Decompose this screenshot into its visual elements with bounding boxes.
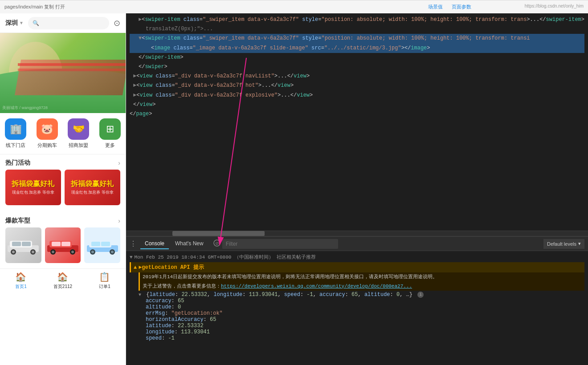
location-obj-header[interactable]: ▼ {latitude: 22.53332, longitude: 113.93… bbox=[139, 292, 584, 298]
explode-title: 爆款车型 bbox=[5, 217, 30, 225]
svg-point-7 bbox=[32, 251, 34, 253]
nav-item-installment[interactable]: 🐷 分期购车 bbox=[32, 118, 63, 149]
field-latitude: latitude: 22.53332 bbox=[146, 323, 584, 329]
tree-line-7: ► <view class="_div data-v-6a2a3c7f navL… bbox=[130, 72, 584, 81]
search-bar[interactable]: 🔍 bbox=[28, 17, 109, 29]
car-placeholder-2 bbox=[45, 227, 81, 263]
location-obj-fields: accuracy: 65 altitude: 0 errMsg: "getLoc… bbox=[146, 298, 584, 341]
order-icon: 📋 bbox=[99, 272, 110, 282]
explode-header: 爆款车型 › bbox=[0, 212, 126, 227]
main-container: 深圳 ▼ 🔍 ⊙ 美丽城市 / wangping9728 🏢 线 bbox=[0, 13, 588, 365]
tree-line-11: </page> bbox=[130, 110, 584, 119]
obj-expand-icon: ▼ bbox=[139, 292, 141, 297]
home1-icon: 🏠 bbox=[15, 272, 26, 282]
activity-title-2: 拆福袋赢好礼 bbox=[71, 179, 114, 189]
svg-point-15 bbox=[71, 251, 74, 253]
warning-link[interactable]: https://developers.weixin.qq.com/communi… bbox=[221, 284, 412, 289]
hot-section-arrow[interactable]: › bbox=[118, 159, 120, 166]
hot-activities-header: 热门活动 › bbox=[0, 154, 126, 170]
default-levels-label: Default levels bbox=[547, 241, 576, 247]
car-placeholder-1 bbox=[5, 227, 41, 263]
svg-rect-11 bbox=[61, 242, 70, 246]
scan-icon[interactable]: ⊙ bbox=[114, 18, 120, 28]
location-object: ▼ {latitude: 22.53332, longitude: 113.93… bbox=[139, 292, 584, 341]
svg-point-21 bbox=[91, 251, 94, 253]
warning-title-text: ►getLocation API 提示 bbox=[139, 264, 204, 271]
activity-sub-1: 现金红包 加息券 等你拿 bbox=[12, 190, 54, 195]
warning-block: ▲ ►getLocation API 提示 2019年1月14日起新提交发布的版… bbox=[130, 261, 584, 292]
clear-console-icon[interactable]: ⊘ bbox=[213, 239, 220, 248]
svg-rect-3 bbox=[22, 242, 31, 246]
tree-line-3: ▼ <swiper-item class="_swiper_item data-… bbox=[130, 34, 584, 43]
default-levels-dropdown[interactable]: Default levels ▾ bbox=[543, 239, 584, 249]
page-path: pages/index/main 复制 打开 bbox=[4, 4, 65, 10]
field-accuracy: accuracy: 65 bbox=[146, 298, 584, 304]
car-card-2[interactable] bbox=[45, 227, 81, 263]
filter-input[interactable] bbox=[222, 239, 338, 249]
city-name: 深圳 bbox=[5, 19, 18, 27]
installment-icon: 🐷 bbox=[37, 118, 58, 140]
order-label: 订单1 bbox=[99, 284, 110, 290]
activity-card-1[interactable]: 拆福袋赢好礼 现金红包 加息券 等你拿 bbox=[5, 170, 61, 205]
tab-whats-new[interactable]: What's New bbox=[171, 239, 208, 249]
toolbar-menu-icon[interactable]: ⋮ bbox=[130, 239, 137, 248]
nav-label-installment: 分期购车 bbox=[37, 142, 57, 149]
banner: 美丽城市 / wangping9728 bbox=[0, 33, 126, 113]
blog-link[interactable]: https://blog.csdn.net/only_him bbox=[525, 4, 584, 10]
console-timestamp-row: ▼ Mon Feb 25 2019 18:04:34 GMT+0800 （中国标… bbox=[130, 253, 584, 261]
activity-title-1: 拆福袋赢好礼 bbox=[12, 179, 54, 189]
bottom-nav-home1[interactable]: 🏠 首页1 bbox=[0, 272, 42, 290]
city-selector[interactable]: 深圳 ▼ bbox=[5, 19, 24, 27]
status-bar: pages/index/main 复制 打开 场景值 页面参数 https://… bbox=[0, 0, 588, 13]
devtools-bottom: ⋮ Console What's New ⊘ Default levels ▾ bbox=[126, 236, 588, 365]
hot-activities: 拆福袋赢好礼 现金红包 加息券 等你拿 拆福袋赢好礼 现金红包 加息券 等你拿 bbox=[0, 170, 126, 210]
activity-card-2[interactable]: 拆福袋赢好礼 现金红包 加息券 等你拿 bbox=[65, 170, 120, 205]
nav-item-more[interactable]: ⊞ 更多 bbox=[94, 118, 126, 149]
svg-rect-18 bbox=[91, 242, 100, 246]
svg-rect-10 bbox=[52, 242, 61, 246]
explode-arrow[interactable]: › bbox=[118, 217, 120, 224]
car-card-3[interactable] bbox=[84, 227, 120, 263]
tree-line-9: ► <view class="_div data-v-6a2a3c7f expl… bbox=[130, 91, 584, 100]
bottom-nav: 🏠 首页1 🏠 首页2112 📋 订单1 bbox=[0, 268, 126, 292]
activity-sub-2: 现金红包 加息券 等你拿 bbox=[71, 190, 114, 195]
svg-text:⊘: ⊘ bbox=[215, 241, 219, 246]
scene-value-label[interactable]: 场景值 bbox=[428, 4, 443, 10]
banner-watermark: 美丽城市 / wangping9728 bbox=[2, 105, 48, 111]
console-toolbar: ⋮ Console What's New ⊘ Default levels ▾ bbox=[126, 237, 588, 251]
html-tree: ► <swiper-item class="_swiper_item data-… bbox=[126, 13, 588, 231]
svg-rect-19 bbox=[101, 242, 110, 246]
car-list bbox=[0, 227, 126, 263]
warning-line-2: 关于上述警告，点击查看更多信息：https://developers.weixi… bbox=[139, 282, 584, 291]
franchise-icon: 🤝 bbox=[68, 118, 89, 140]
car-image-1 bbox=[5, 235, 41, 256]
bottom-nav-order[interactable]: 📋 订单1 bbox=[84, 272, 126, 290]
scroll-thumb[interactable] bbox=[172, 231, 265, 236]
svg-point-13 bbox=[52, 251, 54, 253]
devtools-panel: ► <swiper-item class="_swiper_item data-… bbox=[126, 13, 588, 365]
tree-line-10: </view> bbox=[130, 100, 584, 110]
nav-item-franchise[interactable]: 🤝 招商加盟 bbox=[63, 118, 94, 149]
obj-info-icon[interactable]: i bbox=[417, 292, 424, 298]
warning-triangle-icon: ▲ bbox=[134, 264, 137, 271]
warning-line-1: 2019年1月14日起新提交发布的版本若未填写地理位置用途说明，则将无法正常调用… bbox=[139, 272, 584, 282]
tree-line-6: </swiper> bbox=[130, 62, 584, 72]
tab-console[interactable]: Console bbox=[140, 239, 169, 249]
car-image-3 bbox=[85, 235, 120, 256]
nav-item-store[interactable]: 🏢 线下门店 bbox=[0, 118, 32, 149]
field-horizontal: horizontalAccuracy: 65 bbox=[146, 316, 584, 323]
page-params-label[interactable]: 页面参数 bbox=[452, 4, 471, 10]
field-errmsg: errMsg: "getLocation:ok" bbox=[146, 310, 584, 316]
field-altitude: altitude: 0 bbox=[146, 304, 584, 310]
warning-header: ▲ ►getLocation API 提示 bbox=[130, 262, 584, 272]
tree-line-5: </swiper-item> bbox=[130, 53, 584, 62]
more-icon: ⊞ bbox=[99, 118, 121, 140]
nav-label-franchise: 招商加盟 bbox=[69, 142, 88, 149]
levels-chevron-icon: ▾ bbox=[578, 241, 581, 247]
horizontal-scrollbar[interactable] bbox=[126, 231, 588, 236]
car-placeholder-3 bbox=[84, 227, 120, 263]
car-card-1[interactable] bbox=[5, 227, 41, 263]
search-icon: 🔍 bbox=[33, 20, 39, 26]
bottom-nav-home2[interactable]: 🏠 首页2112 bbox=[42, 272, 84, 290]
tree-line-2: translateZ(0px);">... bbox=[130, 24, 584, 34]
